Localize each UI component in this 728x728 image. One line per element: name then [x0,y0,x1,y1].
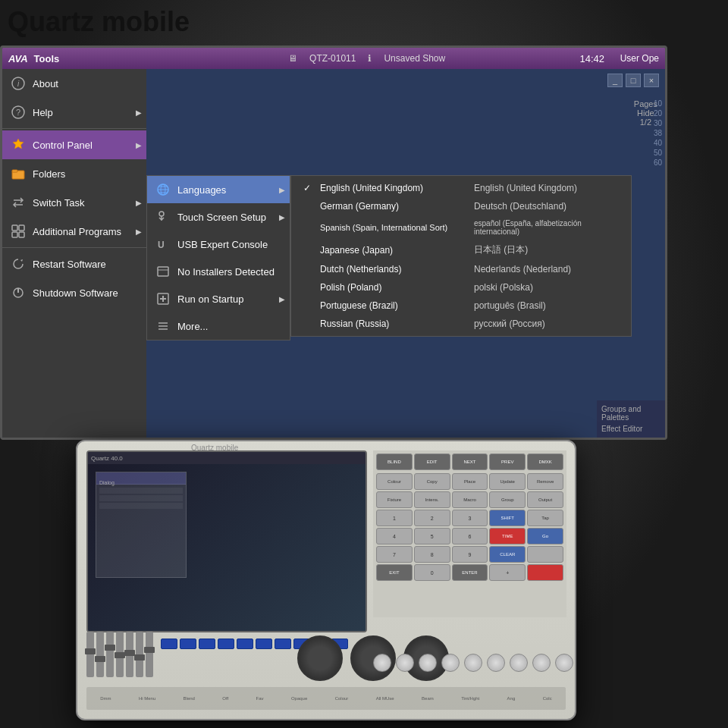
lang-item-ja[interactable]: Japanese (Japan) 日本語 (日本) [291,240,631,260]
kbd-6[interactable]: 6 [452,528,488,544]
blue-btn-4[interactable] [218,639,234,649]
kbd-edit[interactable]: EDIT [414,453,450,470]
blue-btn-5[interactable] [237,639,253,649]
lang-item-pl[interactable]: Polish (Poland) polski (Polska) [291,278,631,297]
submenu-languages[interactable]: Languages ▶ [147,176,290,203]
kbd-0[interactable]: 0 [414,564,450,581]
groups-palettes-label: Groups and Palettes [601,405,661,422]
close-btn[interactable]: × [644,74,659,87]
kbd-copy[interactable]: Copy [414,473,450,490]
kbd-colour[interactable]: Colour [376,473,413,490]
svg-rect-5 [12,170,17,172]
circ-btn-6[interactable] [487,654,505,672]
kbd-blind[interactable]: BLIND [376,453,413,470]
fader-3[interactable] [106,632,114,677]
maximize-btn[interactable]: □ [626,74,641,87]
sidebar-item-shutdown[interactable]: Shutdown Software [2,278,146,307]
kbd-9[interactable]: 9 [452,546,488,563]
kbd-clear[interactable]: CLEAR [489,546,526,563]
additional-programs-icon [10,223,27,240]
circ-btn-7[interactable] [510,654,528,672]
kbd-red-special[interactable] [527,564,563,581]
blue-btn-7[interactable] [275,639,291,649]
blue-btn-6[interactable] [256,639,272,649]
sidebar-item-help[interactable]: ? Help ▶ [2,98,146,127]
kbd-tap[interactable]: Tap [527,510,563,526]
submenu-more[interactable]: More... [147,312,290,340]
lang-item-ru[interactable]: Russian (Russia) русский (Россия) [291,315,631,333]
circ-btn-1[interactable] [373,654,391,672]
kbd-time[interactable]: TIME [489,528,526,544]
kbd-2[interactable]: 2 [414,510,450,526]
submenu-touch-screen[interactable]: Touch Screen Setup ▶ [147,203,290,231]
device-screen-dialog: Dialog [96,472,187,578]
kbd-macro[interactable]: Macro [452,491,488,508]
circ-btn-3[interactable] [419,654,437,672]
circular-buttons [373,654,573,672]
lang-item-pt[interactable]: Portuguese (Brazil) português (Brasil) [291,297,631,315]
circ-btn-5[interactable] [464,654,482,672]
folders-label: Folders [33,168,65,180]
fader-4[interactable] [116,632,124,677]
fader-7[interactable] [146,632,153,677]
kbd-remove[interactable]: Remove [527,473,563,490]
kbd-4[interactable]: 4 [376,528,413,544]
kbd-3[interactable]: 3 [452,510,488,526]
jog-wheel-1[interactable] [297,635,343,681]
circ-btn-8[interactable] [532,654,551,672]
kbd-shift[interactable]: SHIFT [489,510,526,526]
fader-1[interactable] [86,632,94,677]
fader-2[interactable] [96,632,104,677]
kbd-enter[interactable]: ENTER [452,564,488,581]
sidebar-item-folders[interactable]: Folders [2,159,146,188]
blue-btn-2[interactable] [180,639,196,649]
main-content: i About ? Help ▶ Control Panel ▶ [2,69,665,438]
kbd-go[interactable]: Go [527,528,563,544]
sidebar-item-switch-task[interactable]: Switch Task ▶ [2,188,146,217]
sidebar-item-restart[interactable]: Restart Software [2,249,146,278]
kbd-output[interactable]: Output [527,491,563,508]
run-startup-label: Run on Startup [177,293,243,305]
circ-btn-9[interactable] [555,654,573,672]
kbd-7[interactable]: 7 [376,546,413,563]
languages-label: Languages [177,184,226,196]
right-numbers: 10 20 30 38 40 50 60 [654,99,662,167]
lang-en-right: English (United Kingdom) [474,183,577,193]
kbd-intensity[interactable]: Intens. [414,491,450,508]
kbd-5[interactable]: 5 [414,528,450,544]
fader-5[interactable] [126,632,133,677]
tools-menu[interactable]: Tools [34,53,60,64]
kbd-1[interactable]: 1 [376,510,413,526]
lang-item-es[interactable]: Spanish (Spain, International Sort) espa… [291,215,631,240]
kbd-fixture[interactable]: Fixture [376,491,413,508]
blue-btn-3[interactable] [199,639,215,649]
additional-programs-label: Additional Programs [33,226,121,237]
kbd-dmxk[interactable]: DMXK [527,453,563,470]
kbd-update[interactable]: Update [489,473,526,490]
monitor-icon: 🖥 [288,53,297,64]
submenu-no-installers[interactable]: No Installers Detected [147,258,290,285]
kbd-next[interactable]: NEXT [452,453,488,470]
sidebar-item-additional-programs[interactable]: Additional Programs ▶ [2,217,146,246]
lang-item-nl[interactable]: Dutch (Netherlands) Nederlands (Nederlan… [291,260,631,278]
sidebar-item-about[interactable]: i About [2,69,146,98]
kbd-8[interactable]: 8 [414,546,450,563]
kbd-place[interactable]: Place [452,473,488,490]
lang-item-en-uk[interactable]: ✓ English (United Kingdom) English (Unit… [291,179,631,197]
kbd-group[interactable]: Group [489,491,526,508]
bottom-right-info: Groups and Palettes Effect Editor [597,400,665,438]
svg-marker-10 [20,259,23,262]
circ-btn-4[interactable] [441,654,460,672]
sidebar-item-control-panel[interactable]: Control Panel ▶ [2,130,146,159]
kbd-exit[interactable]: EXIT [376,564,413,581]
fader-6[interactable] [136,632,143,677]
submenu-usb[interactable]: U USB Expert Console [147,231,290,258]
lang-item-de[interactable]: German (Germany) Deutsch (Deutschland) [291,197,631,215]
submenu-run-startup[interactable]: Run on Startup ▶ [147,285,290,312]
lang-pl-left: Polish (Poland) [320,282,468,293]
minimize-btn[interactable]: _ [607,74,623,87]
kbd-prev[interactable]: PREV [489,453,526,470]
circ-btn-2[interactable] [396,654,414,672]
blue-btn-1[interactable] [161,639,177,649]
kbd-plus[interactable]: + [489,564,526,581]
